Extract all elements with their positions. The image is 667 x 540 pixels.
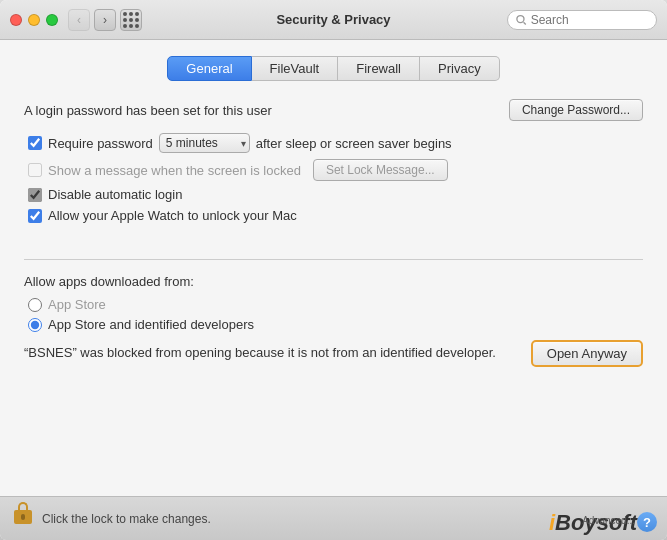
blocked-app-row: “BSNES” was blocked from opening because… [24, 340, 643, 367]
require-password-label: Require password [48, 136, 153, 151]
login-row: A login password has been set for this u… [24, 99, 643, 121]
back-button[interactable]: ‹ [68, 9, 90, 31]
show-message-row: Show a message when the screen is locked… [24, 159, 643, 181]
show-message-checkbox[interactable] [28, 163, 42, 177]
titlebar: ‹ › Security & Privacy [0, 0, 667, 40]
allow-apps-section: Allow apps downloaded from: App Store Ap… [24, 274, 643, 367]
forward-button[interactable]: › [94, 9, 116, 31]
main-window: ‹ › Security & Privacy General FileVault… [0, 0, 667, 540]
tab-privacy[interactable]: Privacy [420, 56, 500, 81]
content-area: General FileVault Firewall Privacy A log… [0, 40, 667, 496]
lock-shackle [18, 502, 28, 510]
help-button[interactable]: ? [637, 512, 657, 532]
set-lock-message-button[interactable]: Set Lock Message... [313, 159, 448, 181]
app-store-radio[interactable] [28, 298, 42, 312]
password-time-dropdown-wrapper: 5 minutes immediately 1 minute 15 minute… [159, 133, 250, 153]
close-button[interactable] [10, 14, 22, 26]
minimize-button[interactable] [28, 14, 40, 26]
app-store-devs-radio[interactable] [28, 318, 42, 332]
allow-watch-label: Allow your Apple Watch to unlock your Ma… [48, 208, 297, 223]
app-store-devs-radio-row: App Store and identified developers [24, 317, 643, 332]
allow-apps-title: Allow apps downloaded from: [24, 274, 643, 289]
svg-line-1 [524, 22, 526, 24]
traffic-lights [10, 14, 58, 26]
tab-firewall[interactable]: Firewall [338, 56, 420, 81]
blocked-text: “BSNES” was blocked from opening because… [24, 344, 519, 362]
section-divider [24, 259, 643, 260]
require-password-checkbox[interactable] [28, 136, 42, 150]
lock-keyhole [21, 514, 25, 520]
app-store-label: App Store [48, 297, 106, 312]
disable-autologin-checkbox[interactable] [28, 188, 42, 202]
allow-watch-checkbox[interactable] [28, 209, 42, 223]
change-password-button[interactable]: Change Password... [509, 99, 643, 121]
tab-bar: General FileVault Firewall Privacy [24, 56, 643, 81]
search-box[interactable] [507, 10, 657, 30]
svg-point-0 [517, 15, 524, 22]
search-input[interactable] [531, 13, 648, 27]
lock-icon[interactable] [12, 506, 34, 532]
grid-button[interactable] [120, 9, 142, 31]
advanced-label[interactable]: Advanced... [582, 515, 635, 526]
require-password-after-text: after sleep or screen saver begins [256, 136, 452, 151]
disable-autologin-row: Disable automatic login [24, 187, 643, 202]
tab-general[interactable]: General [167, 56, 251, 81]
password-time-dropdown[interactable]: 5 minutes immediately 1 minute 15 minute… [159, 133, 250, 153]
show-message-label: Show a message when the screen is locked [48, 163, 301, 178]
tab-filevault[interactable]: FileVault [252, 56, 339, 81]
app-store-devs-label: App Store and identified developers [48, 317, 254, 332]
maximize-button[interactable] [46, 14, 58, 26]
window-title: Security & Privacy [276, 12, 390, 27]
allow-watch-row: Allow your Apple Watch to unlock your Ma… [24, 208, 643, 223]
require-password-row: Require password 5 minutes immediately 1… [24, 133, 643, 153]
search-icon [516, 14, 527, 26]
open-anyway-button[interactable]: Open Anyway [531, 340, 643, 367]
login-text: A login password has been set for this u… [24, 103, 272, 118]
bottom-bar: Click the lock to make changes. iBoysoft… [0, 496, 667, 540]
nav-buttons: ‹ › [68, 9, 116, 31]
login-section: A login password has been set for this u… [24, 99, 643, 229]
app-store-radio-row: App Store [24, 297, 643, 312]
lock-label: Click the lock to make changes. [42, 512, 211, 526]
disable-autologin-label: Disable automatic login [48, 187, 182, 202]
